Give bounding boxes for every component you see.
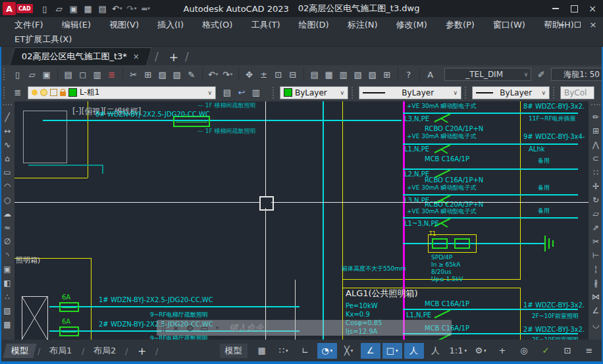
create-block-tool[interactable]: ◧: [0, 276, 14, 290]
zoom-previous-button[interactable]: ⊟: [286, 67, 300, 82]
designcenter-button[interactable]: ▦: [322, 67, 336, 82]
snap-mode-toggle[interactable]: ∷▾: [274, 343, 294, 359]
copy-button[interactable]: ⊞: [141, 67, 155, 82]
menu-item[interactable]: 窗口(W): [484, 17, 535, 32]
cut-button[interactable]: ✂: [122, 67, 141, 82]
toolbar-grip[interactable]: [591, 104, 600, 108]
extend-tool[interactable]: ⊢: [589, 248, 603, 262]
chevron-down-icon[interactable]: ▾: [216, 325, 219, 331]
undo-button[interactable]: ↶▾: [202, 67, 221, 82]
tool-palettes-button[interactable]: ▥: [336, 67, 351, 82]
move-tool[interactable]: ✢: [589, 179, 603, 193]
paste-button[interactable]: ▨: [155, 67, 170, 82]
revision-cloud-tool[interactable]: ☁: [0, 207, 14, 221]
qat-plot-button[interactable]: ▤: [96, 2, 109, 15]
workspace-switching-control[interactable]: ⚙▾: [471, 343, 490, 359]
polyline-tool[interactable]: ∿: [0, 138, 14, 151]
copy-tool[interactable]: ⊞: [589, 124, 603, 138]
toolbar-grip[interactable]: [3, 68, 8, 80]
scale-list-combo[interactable]: 海龍1: 50: [551, 68, 603, 81]
menu-item[interactable]: 参数(P): [436, 17, 484, 32]
menu-item[interactable]: 文件(F): [5, 17, 53, 32]
toolbar-grip[interactable]: [273, 87, 277, 99]
mirror-tool[interactable]: ⋀: [589, 138, 603, 151]
ellipse-arc-tool[interactable]: ◝: [0, 248, 14, 262]
annotation-visibility-toggle[interactable]: 人: [404, 343, 424, 359]
zoom-window-button[interactable]: ⊡: [271, 67, 286, 82]
dim-style-combo[interactable]: _TEL_DIM ∨: [444, 68, 532, 81]
tab-close-icon[interactable]: ×: [133, 52, 140, 61]
text-style-button[interactable]: A: [419, 67, 438, 82]
color-combo[interactable]: ByLayer ∨: [280, 86, 348, 99]
new-button[interactable]: ▯: [11, 67, 25, 82]
quickcalc-button[interactable]: ⊞: [380, 67, 394, 82]
toolbar-grip[interactable]: [3, 87, 8, 99]
model-space-canvas[interactable]: — 1F 楼梯间疏散照明[-][俯视][二维线框]8# WDZN-BYJ-2X2…: [14, 101, 589, 340]
layer-previous-button[interactable]: ↩: [234, 86, 249, 100]
doc-close-button[interactable]: ×: [586, 19, 600, 31]
toolbar-grip[interactable]: [352, 87, 356, 99]
properties-palette-button[interactable]: ▤: [303, 67, 322, 82]
doc-restore-button[interactable]: [570, 19, 585, 31]
minimize-button[interactable]: [546, 1, 565, 16]
doc-minimize-button[interactable]: [554, 19, 569, 31]
scale-tool[interactable]: ▱: [589, 207, 603, 221]
toolbar-grip[interactable]: [3, 104, 12, 108]
chamfer-tool[interactable]: ∠: [589, 303, 603, 317]
menu-item[interactable]: 标注(N): [338, 17, 387, 32]
gradient-tool[interactable]: ▩: [0, 317, 14, 331]
circle-tool[interactable]: ○: [0, 193, 14, 207]
erase-tool[interactable]: ✏: [589, 110, 603, 124]
qat-save-button[interactable]: ▣: [67, 2, 80, 15]
publish-button[interactable]: ▥: [90, 67, 105, 82]
qat-saveas-button[interactable]: ▦: [82, 2, 95, 15]
customization-button[interactable]: ≡: [579, 343, 599, 359]
line-tool[interactable]: ╱: [0, 110, 14, 124]
model-tab[interactable]: 模型: [3, 344, 36, 358]
menu-item[interactable]: 绘图(D): [290, 17, 338, 32]
stretch-tool[interactable]: ⇗: [589, 221, 603, 234]
insert-block-tool[interactable]: ▣: [0, 262, 14, 276]
layer-combo[interactable]: L-粗1 ∨: [28, 86, 216, 99]
dim-update-button[interactable]: ✐: [534, 67, 548, 82]
recent-commands-icon[interactable]: ▭: [200, 323, 208, 333]
lineweight-combo[interactable]: ByLayer ∨: [472, 86, 550, 99]
markup-manager-button[interactable]: ▨: [365, 67, 380, 82]
layer-states-button[interactable]: ▤: [220, 86, 234, 100]
isometric-drafting-toggle[interactable]: ╳▾: [339, 343, 359, 359]
new-layout-button[interactable]: +: [129, 344, 155, 358]
fillet-tool[interactable]: ◡: [589, 317, 603, 331]
spline-tool[interactable]: ≈: [0, 221, 14, 234]
object-snap-tracking-toggle[interactable]: ∠: [361, 343, 380, 359]
array-tool[interactable]: ∷: [589, 165, 603, 179]
zoom-realtime-button[interactable]: ±: [257, 67, 271, 82]
layer-properties-button[interactable]: ≣: [11, 86, 25, 100]
break-tool[interactable]: ∦: [589, 276, 603, 290]
annotation-autoscale-toggle[interactable]: 人: [426, 343, 446, 359]
break-at-point-tool[interactable]: ¦: [589, 262, 603, 276]
close-button[interactable]: ×: [583, 1, 602, 16]
open-button[interactable]: ▱: [25, 67, 39, 82]
point-tool[interactable]: ∴: [0, 290, 14, 303]
graphics-performance-button[interactable]: ✓: [536, 343, 556, 359]
rotate-tool[interactable]: ↻: [589, 193, 603, 207]
ortho-mode-toggle[interactable]: ∟: [296, 343, 315, 359]
qat-undo-button[interactable]: ↶▾: [111, 2, 124, 15]
redo-button[interactable]: ↷▾: [221, 67, 235, 82]
polar-tracking-toggle[interactable]: ◔▾: [317, 343, 337, 359]
save-button[interactable]: ▣: [39, 67, 54, 82]
pan-button[interactable]: ✥: [238, 67, 257, 82]
close-icon[interactable]: ×: [172, 323, 180, 333]
dwf-button[interactable]: ≣: [105, 67, 119, 82]
sheetset-manager-button[interactable]: ▧: [351, 67, 365, 82]
maximize-button[interactable]: [565, 1, 583, 16]
menu-item[interactable]: 工具(T): [242, 17, 289, 32]
new-drawing-tab-button[interactable]: +: [169, 51, 178, 64]
arc-tool[interactable]: ◠: [0, 179, 14, 193]
command-input[interactable]: 键入命令: [229, 322, 263, 334]
annotation-monitor-toggle[interactable]: +: [492, 343, 512, 359]
layer-translate-button[interactable]: ▥: [249, 86, 263, 100]
model-space-button[interactable]: 模型: [220, 344, 248, 358]
qat-customize-button[interactable]: ═▾: [140, 2, 153, 15]
toolbar-grip[interactable]: [553, 87, 558, 99]
